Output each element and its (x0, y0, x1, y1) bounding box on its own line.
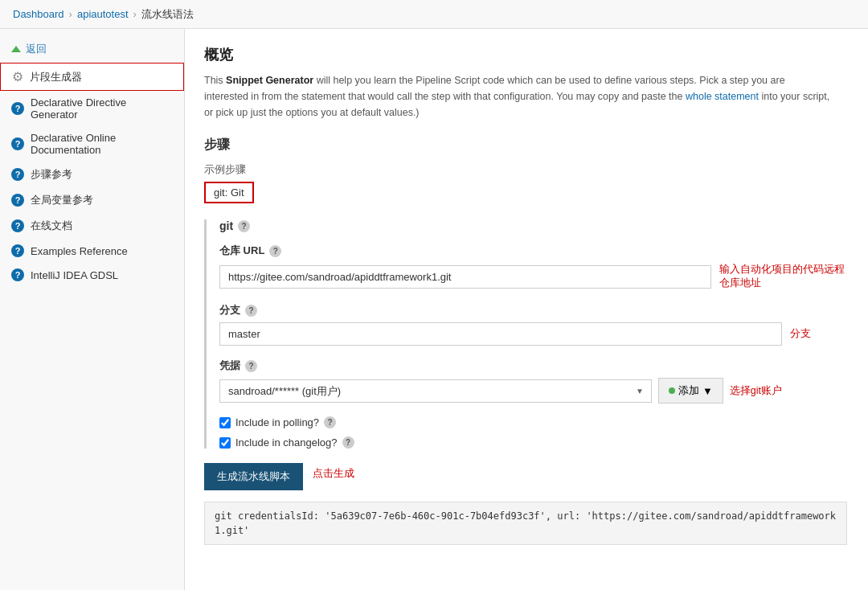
sidebar-item-global-var[interactable]: ? 全局变量参考 (0, 187, 184, 213)
repo-url-help-icon[interactable]: ? (269, 245, 281, 257)
repo-url-label: 仓库 URL (219, 244, 264, 258)
repo-url-group: 仓库 URL ? 输入自动化项目的代码远程仓库地址 (219, 244, 849, 290)
credential-label: 凭据 (219, 359, 240, 373)
sidebar-item-snippet-generator[interactable]: ⚙ 片段生成器 (0, 63, 184, 91)
desc-pre: This (204, 75, 226, 86)
main-content: 概览 This Snippet Generator will help you … (185, 29, 868, 590)
sidebar-item-declarative-docs[interactable]: ? Declarative Online Documentation (0, 126, 184, 162)
include-polling-checkbox[interactable] (219, 417, 231, 428)
gear-icon: ⚙ (12, 69, 23, 84)
step-selector[interactable]: git: Git (204, 182, 254, 203)
back-arrow-icon (11, 46, 21, 52)
include-polling-label: Include in polling? (235, 416, 319, 428)
sidebar-item-label-global: 全局变量参考 (31, 193, 93, 207)
back-label: 返回 (26, 42, 47, 56)
polling-help-icon[interactable]: ? (324, 416, 336, 428)
credential-input-row: sandroad/****** (git用户) 添加 ▼ 选择git账户 (219, 378, 782, 404)
add-dropdown-icon: ▼ (702, 385, 713, 397)
branch-group: 分支 ? 分支 (219, 303, 849, 346)
result-code: git credentialsId: '5a639c07-7e6b-460c-9… (215, 510, 836, 536)
sidebar-item-label-intellij: IntelliJ IDEA GDSL (31, 269, 118, 281)
credential-label-row: 凭据 ? (219, 359, 849, 373)
breadcrumb-dashboard[interactable]: Dashboard (13, 8, 64, 20)
git-section: git ? 仓库 URL ? 输入自动化项目的代码远程仓库地址 分支 ? (204, 219, 849, 449)
add-credential-button[interactable]: 添加 ▼ (658, 378, 723, 404)
branch-input-row: 分支 (219, 322, 849, 346)
description: This Snippet Generator will help you lea… (204, 72, 831, 121)
steps-title: 步骤 (204, 137, 849, 154)
git-header: git ? (219, 219, 849, 232)
help-icon-3: ? (11, 194, 24, 207)
sample-step-label: 示例步骤 (204, 163, 849, 177)
branch-hint: 分支 (790, 327, 811, 341)
branch-label-row: 分支 ? (219, 303, 849, 318)
credential-select-wrapper: sandroad/****** (git用户) (219, 379, 652, 403)
sidebar-item-step-ref[interactable]: ? 步骤参考 (0, 162, 184, 187)
generate-section: 生成流水线脚本 点击生成 (204, 457, 849, 490)
git-help-icon[interactable]: ? (238, 220, 250, 232)
credential-group: 凭据 ? sandroad/****** (git用户) 添加 ▼ 选择git账… (219, 359, 849, 404)
sidebar-item-label-snippet: 片段生成器 (30, 70, 82, 84)
add-dot-icon (669, 387, 675, 394)
sidebar-item-label-examples: Examples Reference (31, 245, 128, 257)
sidebar-item-intellij-gdsl[interactable]: ? IntelliJ IDEA GDSL (0, 263, 184, 287)
add-button-label: 添加 (678, 383, 699, 398)
sidebar-item-declarative-directive[interactable]: ? Declarative Directive Generator (0, 91, 184, 126)
breadcrumb-sep-1: › (69, 8, 72, 20)
sidebar-item-label-docs: Declarative Online Documentation (31, 132, 173, 156)
result-code-box: git credentialsId: '5a639c07-7e6b-460c-9… (204, 502, 847, 545)
sidebar-item-label-online: 在线文档 (31, 219, 72, 233)
back-button[interactable]: 返回 (0, 35, 184, 63)
help-icon-1: ? (11, 137, 24, 150)
help-icon-4: ? (11, 219, 24, 232)
help-icon-0: ? (11, 102, 24, 115)
help-icon-6: ? (11, 268, 24, 281)
desc-bold: Snippet Generator (226, 75, 313, 86)
sidebar-item-label-step: 步骤参考 (31, 167, 72, 182)
include-changelog-checkbox[interactable] (219, 437, 231, 449)
generate-hint: 点击生成 (313, 467, 354, 481)
repo-url-hint: 输入自动化项目的代码远程仓库地址 (719, 263, 849, 290)
breadcrumb: Dashboard › apiautotest › 流水线语法 (0, 0, 868, 29)
sidebar-item-label-directive: Declarative Directive Generator (31, 96, 173, 121)
breadcrumb-sep-2: › (133, 8, 137, 20)
changelog-help-icon[interactable]: ? (342, 436, 354, 449)
include-polling-row: Include in polling? ? (219, 416, 849, 428)
generate-button-label: 生成流水线脚本 (217, 469, 290, 484)
credential-hint: 选择git账户 (730, 384, 782, 398)
repo-url-label-row: 仓库 URL ? (219, 244, 849, 258)
desc-highlight: whole statement (686, 91, 759, 102)
credential-help-icon[interactable]: ? (245, 360, 257, 372)
repo-url-input-row: 输入自动化项目的代码远程仓库地址 (219, 263, 849, 290)
include-changelog-row: Include in changelog? ? (219, 436, 849, 449)
git-label: git (219, 219, 233, 232)
sidebar-item-examples-ref[interactable]: ? Examples Reference (0, 239, 184, 263)
help-icon-5: ? (11, 244, 24, 257)
breadcrumb-current: 流水线语法 (141, 7, 194, 22)
branch-help-icon[interactable]: ? (245, 305, 257, 317)
overview-title: 概览 (204, 45, 849, 64)
credential-select[interactable]: sandroad/****** (git用户) (219, 379, 652, 403)
repo-url-input[interactable] (219, 265, 711, 289)
include-changelog-label: Include in changelog? (235, 436, 338, 449)
breadcrumb-apiautotest[interactable]: apiautotest (77, 8, 129, 20)
sidebar: 返回 ⚙ 片段生成器 ? Declarative Directive Gener… (0, 29, 185, 590)
branch-input[interactable] (219, 322, 782, 346)
generate-button[interactable]: 生成流水线脚本 (204, 463, 303, 490)
help-icon-2: ? (11, 168, 24, 181)
branch-label: 分支 (219, 303, 240, 318)
sidebar-item-online-docs[interactable]: ? 在线文档 (0, 213, 184, 239)
